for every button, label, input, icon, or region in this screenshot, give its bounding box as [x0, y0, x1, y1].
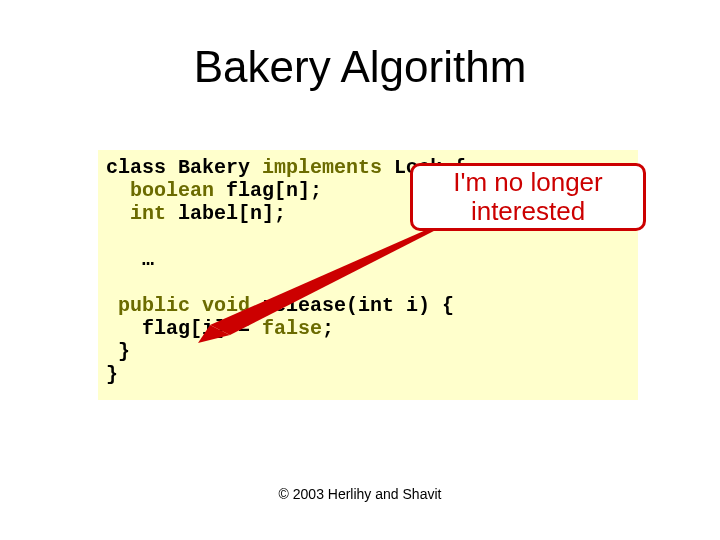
code-kw-public-void: public void [106, 294, 250, 317]
code-line-3b: label[n]; [166, 202, 286, 225]
code-line-8a: flag[i] = [106, 317, 262, 340]
callout-box: I'm no longer interested [410, 163, 646, 231]
code-line-5: … [106, 248, 154, 271]
code-line-7c: (int i) { [346, 294, 454, 317]
code-line-2b: flag[n]; [214, 179, 322, 202]
footer-copyright: © 2003 Herlihy and Shavit [0, 486, 720, 502]
code-kw-boolean: boolean [106, 179, 214, 202]
code-line-9: } [106, 340, 130, 363]
code-kw-implements: implements [262, 156, 382, 179]
slide: Bakery Algorithm class Bakery implements… [0, 0, 720, 540]
code-line-8c: ; [322, 317, 334, 340]
code-line-1a: class Bakery [106, 156, 262, 179]
code-kw-int: int [106, 202, 166, 225]
slide-title: Bakery Algorithm [0, 42, 720, 92]
code-line-10: } [106, 363, 118, 386]
code-line-7b: release [250, 294, 346, 317]
code-kw-false: false [262, 317, 322, 340]
callout-text: I'm no longer interested [419, 168, 637, 225]
